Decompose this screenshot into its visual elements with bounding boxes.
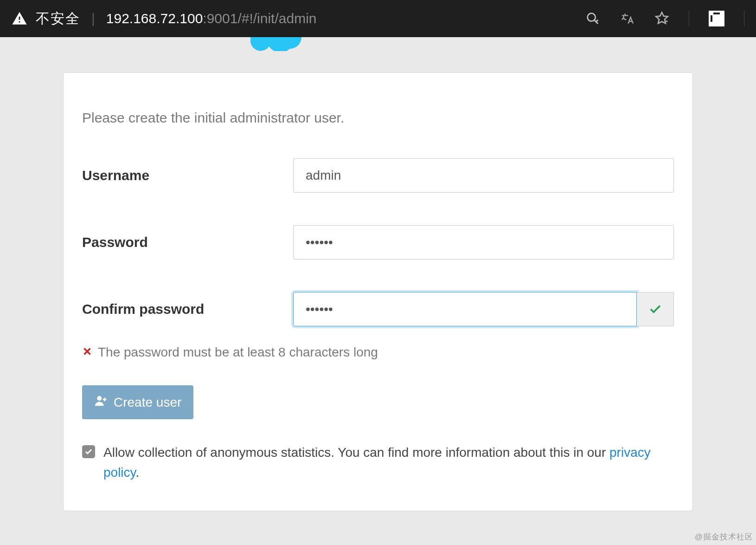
username-row: Username	[82, 158, 674, 193]
init-admin-panel: Please create the initial administrator …	[63, 72, 693, 511]
confirm-valid-indicator	[637, 292, 674, 326]
url-host: 192.168.72.100	[106, 11, 203, 26]
url-display[interactable]: 192.168.72.100:9001/#!/init/admin	[106, 11, 317, 26]
not-secure-warning-icon	[12, 11, 27, 26]
toolbar-separator	[744, 11, 744, 26]
confirm-password-row: Confirm password	[82, 292, 674, 326]
confirm-password-input[interactable]	[293, 292, 637, 326]
create-user-label: Create user	[114, 395, 181, 410]
password-input[interactable]	[293, 225, 674, 260]
user-plus-icon	[94, 394, 108, 411]
svg-point-1	[97, 396, 102, 401]
security-label: 不安全	[36, 9, 80, 28]
error-text: The password must be at least 8 characte…	[98, 345, 378, 360]
username-label: Username	[82, 168, 293, 183]
checkmark-icon	[84, 448, 93, 456]
extension-icon[interactable]	[709, 11, 724, 26]
check-icon	[648, 302, 662, 316]
logo-cloud-fragment	[250, 37, 311, 51]
browser-actions	[585, 11, 744, 26]
stats-checkbox[interactable]	[82, 445, 95, 458]
username-input[interactable]	[293, 158, 674, 193]
watermark-text: @掘金技术社区	[695, 532, 753, 542]
toolbar-separator	[689, 11, 689, 26]
password-row: Password	[82, 225, 674, 260]
stats-consent-row: Allow collection of anonymous statistics…	[82, 442, 674, 483]
password-label: Password	[82, 234, 293, 250]
translate-icon[interactable]	[620, 11, 635, 26]
url-path: :9001/#!/init/admin	[203, 11, 316, 26]
address-separator: |	[91, 11, 95, 26]
browser-address-bar: 不安全 | 192.168.72.100:9001/#!/init/admin	[0, 0, 756, 37]
confirm-password-label: Confirm password	[82, 301, 293, 317]
stats-text: Allow collection of anonymous statistics…	[103, 442, 674, 483]
password-error: The password must be at least 8 characte…	[82, 345, 674, 360]
bookmark-star-icon[interactable]	[654, 11, 669, 26]
create-user-button[interactable]: Create user	[82, 385, 193, 419]
svg-point-0	[588, 13, 596, 21]
intro-text: Please create the initial administrator …	[82, 110, 674, 126]
error-x-icon	[82, 345, 92, 360]
search-key-icon[interactable]	[585, 11, 601, 26]
